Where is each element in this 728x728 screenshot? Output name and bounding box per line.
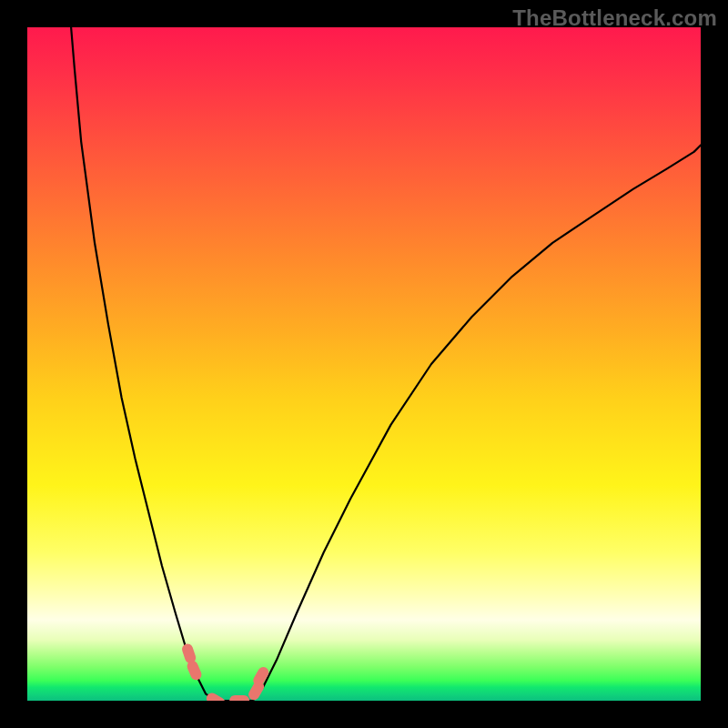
svg-rect-2 [205, 691, 228, 701]
curve-layer [27, 27, 701, 701]
attribution-label: TheBottleneck.com [512, 5, 717, 31]
chart-root: TheBottleneck.com [0, 0, 728, 728]
plot-area [27, 27, 701, 701]
bottleneck-curve [71, 27, 701, 701]
svg-rect-3 [229, 695, 249, 701]
data-marker [205, 691, 228, 701]
data-marker [229, 695, 249, 701]
